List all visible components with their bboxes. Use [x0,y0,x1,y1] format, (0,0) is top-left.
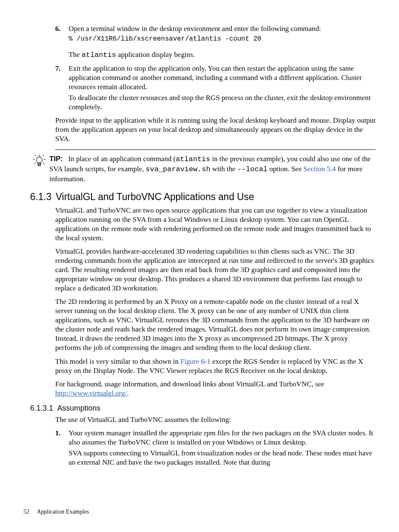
inline-code-atlantis: atlantis [82,51,116,59]
text: The [69,51,82,59]
svg-line-8 [34,163,36,164]
step-7-sub: To deallocate the cluster resources and … [69,93,376,112]
step-7: 7. Exit the application to stop the appl… [55,64,376,92]
text: . [127,389,128,397]
sectitle: Assumptions [57,404,100,412]
step-6-after: The atlantis application display begins. [69,50,376,60]
link-section-5-4[interactable]: Section 5.4 [304,165,336,173]
inline-code: --local [237,165,267,173]
p-613-4: This model is very similar to that shown… [55,357,376,375]
p-613-2: VirtualGL provides hardware-accelerated … [55,247,376,293]
heading-6-1-3-1: 6.1.3.1Assumptions [30,404,376,413]
assumption-1: 1. Your system manager installed the app… [55,429,376,447]
tip-body: TIP: In place of an application command … [49,154,376,184]
step-6: 6. Open a terminal window in the desktop… [55,24,376,33]
tip-label: TIP: [49,154,63,163]
step-6-code: % /usr/X11R6/lib/xscreensaver/atlantis -… [69,35,376,43]
text: option. See [268,165,304,173]
inline-code: sva_paraview.sh [146,165,210,173]
secnum: 6.1.3 [30,191,51,202]
svg-point-0 [36,157,42,163]
svg-line-9 [43,163,44,164]
page-footer: 52Application Examples [23,509,89,515]
text: This model is very similar to that shown… [55,357,180,365]
post-steps-para: Provide input to the application while i… [55,116,376,144]
assumption-1-sub: SVA supports connecting to VirtualGL fro… [69,449,376,467]
assumption-1-text: Your system manager installed the approp… [69,429,376,447]
tip-divider [55,149,376,150]
secnum: 6.1.3.1 [30,404,53,412]
p-613-3: The 2D rendering is performed by an X Pr… [55,297,376,352]
link-figure-6-1[interactable]: Figure 6-1 [180,357,210,365]
step-7-num: 7. [55,64,69,92]
sectitle: VirtualGL and TurboVNC Applications and … [56,191,254,202]
text: In place of an application command ( [68,155,176,163]
step-7-text: Exit the application to stop the applica… [69,64,376,92]
p-613-5: For background, usage information, and d… [55,380,376,398]
svg-line-7 [43,155,44,156]
footer-section: Application Examples [37,509,89,515]
lightbulb-icon [30,154,49,170]
step-6-num: 6. [55,24,69,33]
assumption-1-num: 1. [55,429,69,447]
heading-6-1-3: 6.1.3VirtualGL and TurboVNC Applications… [30,191,376,203]
inline-code: atlantis [176,155,210,163]
tip-block: TIP: In place of an application command … [30,154,376,184]
text: with the [210,165,237,173]
p-6131-intro: The use of VirtualGL and TurboVNC assume… [55,415,376,424]
step-6-text: Open a terminal window in the desktop en… [69,24,376,33]
page-number: 52 [23,509,29,515]
p-613-1: VirtualGL and TurboVNC are two open sour… [55,206,376,243]
text: application display begins. [116,51,195,59]
text: For background, usage information, and d… [55,380,324,388]
link-virtualgl[interactable]: http://www.virtualgl.org/ [55,389,127,397]
svg-line-6 [35,155,36,156]
